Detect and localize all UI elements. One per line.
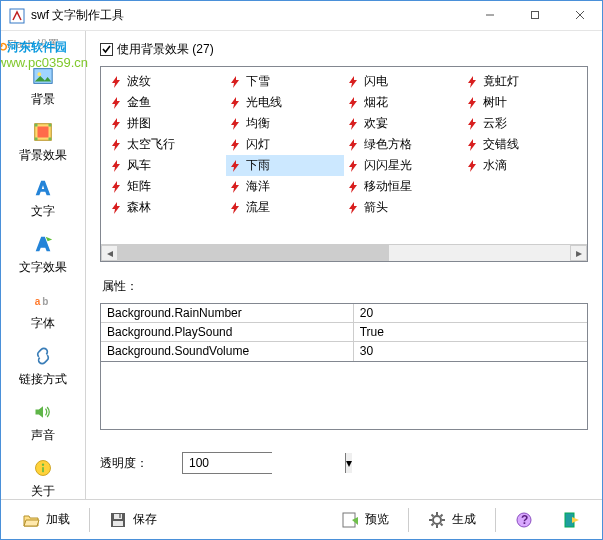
effect-label: 云彩	[483, 115, 507, 132]
gear-icon	[428, 511, 446, 529]
property-row[interactable]: Background.SoundVolume30	[101, 342, 587, 361]
svg-rect-10	[49, 124, 52, 127]
help-button[interactable]: ?	[504, 507, 544, 533]
property-key: Background.RainNumber	[101, 304, 354, 322]
flash-icon	[228, 96, 242, 110]
effect-item[interactable]: 移动恒星	[344, 176, 463, 197]
sidebar-item-bg-effect[interactable]: 背景效果	[1, 114, 85, 170]
sidebar-item-sound[interactable]: 声音	[1, 394, 85, 450]
sidebar-item-label: 背景效果	[19, 147, 67, 164]
opacity-input[interactable]	[183, 453, 345, 473]
sidebar-item-background[interactable]: 背景	[1, 58, 85, 114]
effect-item[interactable]: 光电线	[226, 92, 345, 113]
properties-empty-area	[100, 362, 588, 430]
property-row[interactable]: Background.RainNumber20	[101, 304, 587, 323]
horizontal-scrollbar[interactable]: ◂ ▸	[101, 244, 587, 261]
minimize-button[interactable]	[467, 1, 512, 29]
effect-item[interactable]: 矩阵	[107, 176, 226, 197]
property-value[interactable]: 30	[354, 342, 587, 361]
effect-item[interactable]: 下雪	[226, 71, 345, 92]
effect-item[interactable]: 风车	[107, 155, 226, 176]
dropdown-icon[interactable]: ▾	[345, 453, 352, 473]
effect-item[interactable]: 拼图	[107, 113, 226, 134]
effect-item[interactable]: 绿色方格	[344, 134, 463, 155]
effect-item[interactable]: 下雨	[226, 155, 345, 176]
sidebar-item-label: 字体	[31, 315, 55, 332]
app-icon	[9, 8, 25, 24]
sidebar-item-font[interactable]: ab 字体	[1, 282, 85, 338]
effect-item[interactable]: 太空飞行	[107, 134, 226, 155]
effect-item[interactable]: 海洋	[226, 176, 345, 197]
image-icon	[31, 64, 55, 88]
preview-button[interactable]: 预览	[330, 507, 400, 533]
save-button[interactable]: 保存	[98, 507, 168, 533]
effect-label: 森林	[127, 199, 151, 216]
svg-point-6	[38, 72, 42, 76]
effect-label: 金鱼	[127, 94, 151, 111]
property-row[interactable]: Background.PlaySoundTrue	[101, 323, 587, 342]
flash-icon	[346, 96, 360, 110]
separator	[89, 508, 90, 532]
preview-icon	[341, 511, 359, 529]
sidebar-header: Flash 设置	[1, 37, 59, 52]
sidebar-item-link[interactable]: 链接方式	[1, 338, 85, 394]
scroll-right-icon[interactable]: ▸	[570, 245, 587, 261]
flash-icon	[346, 75, 360, 89]
effect-label: 下雪	[246, 73, 270, 90]
effect-item[interactable]: 云彩	[463, 113, 582, 134]
svg-line-30	[441, 514, 443, 516]
flash-icon	[346, 180, 360, 194]
effect-item	[463, 176, 582, 197]
effect-item[interactable]: 闪闪星光	[344, 155, 463, 176]
effect-label: 水滴	[483, 157, 507, 174]
close-button[interactable]	[557, 1, 602, 29]
sidebar-item-about[interactable]: 关于	[1, 450, 85, 499]
exit-button[interactable]	[552, 507, 592, 533]
main-panel: 使用背景效果 (27) 波纹下雪闪电竟虹灯金鱼光电线烟花树叶拼图均衡欢宴云彩太空…	[86, 31, 602, 499]
properties-label: 属性：	[102, 278, 588, 295]
flash-icon	[346, 117, 360, 131]
effect-item[interactable]: 烟花	[344, 92, 463, 113]
svg-rect-8	[38, 127, 49, 138]
property-value[interactable]: 20	[354, 304, 587, 322]
svg-point-23	[433, 516, 441, 524]
floppy-icon	[109, 511, 127, 529]
effect-item[interactable]: 闪电	[344, 71, 463, 92]
effect-label: 绿色方格	[364, 136, 412, 153]
load-label: 加载	[46, 511, 70, 528]
sidebar-item-text-effect[interactable]: 文字效果	[1, 226, 85, 282]
flash-icon	[228, 180, 242, 194]
text-icon	[31, 176, 55, 200]
effect-item[interactable]: 树叶	[463, 92, 582, 113]
sidebar-item-text[interactable]: 文字	[1, 170, 85, 226]
effect-item[interactable]: 均衡	[226, 113, 345, 134]
effect-item[interactable]: 欢宴	[344, 113, 463, 134]
effect-item[interactable]: 交错线	[463, 134, 582, 155]
effect-item[interactable]: 波纹	[107, 71, 226, 92]
use-bg-effect-checkbox[interactable]	[100, 43, 113, 56]
effect-item[interactable]: 水滴	[463, 155, 582, 176]
effect-item[interactable]: 竟虹灯	[463, 71, 582, 92]
svg-rect-12	[49, 138, 52, 141]
use-bg-effect-label: 使用背景效果 (27)	[117, 41, 214, 58]
effect-item[interactable]: 箭头	[344, 197, 463, 218]
scrollbar-thumb[interactable]	[118, 245, 389, 261]
effect-item[interactable]: 金鱼	[107, 92, 226, 113]
load-button[interactable]: 加载	[11, 507, 81, 533]
opacity-label: 透明度：	[100, 455, 148, 472]
maximize-button[interactable]	[512, 1, 557, 29]
effect-item[interactable]: 森林	[107, 197, 226, 218]
opacity-combobox[interactable]: ▾	[182, 452, 272, 474]
effect-item[interactable]: 流星	[226, 197, 345, 218]
effect-label: 太空飞行	[127, 136, 175, 153]
effect-item[interactable]: 闪灯	[226, 134, 345, 155]
folder-open-icon	[22, 511, 40, 529]
effect-label: 波纹	[127, 73, 151, 90]
property-value[interactable]: True	[354, 323, 587, 341]
flash-icon	[109, 138, 123, 152]
scroll-left-icon[interactable]: ◂	[101, 245, 118, 261]
effect-label: 风车	[127, 157, 151, 174]
generate-button[interactable]: 生成	[417, 507, 487, 533]
property-key: Background.SoundVolume	[101, 342, 354, 361]
flash-icon	[465, 138, 479, 152]
